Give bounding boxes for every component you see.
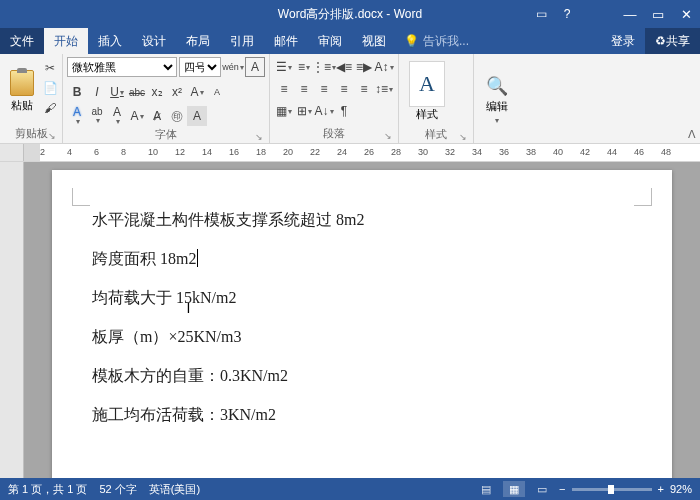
char-border-button[interactable]: A: [245, 57, 265, 77]
borders-button[interactable]: ⊞: [294, 101, 314, 121]
show-marks-button[interactable]: ¶: [334, 101, 354, 121]
group-label-paragraph: 段落↘: [274, 125, 394, 143]
collapse-ribbon-button[interactable]: ᐱ: [688, 128, 696, 141]
align-left-button[interactable]: ≡: [274, 79, 294, 99]
status-word-count[interactable]: 52 个字: [99, 482, 136, 497]
ruler-mark: 14: [202, 147, 212, 157]
document-line[interactable]: 施工均布活荷载：3KN/m2: [92, 405, 632, 426]
italic-button[interactable]: I: [87, 82, 107, 102]
highlight-button[interactable]: ab: [87, 106, 107, 126]
editing-button[interactable]: 🔍 编辑 ▾: [478, 57, 516, 143]
help-icon[interactable]: ?: [554, 0, 580, 28]
document-line[interactable]: 模板木方的自重：0.3KN/m2: [92, 366, 632, 387]
font-launcher[interactable]: ↘: [255, 132, 263, 142]
align-center-button[interactable]: ≡: [294, 79, 314, 99]
cut-button[interactable]: ✂: [42, 60, 58, 76]
char-shading-button[interactable]: A: [187, 106, 207, 126]
group-label-styles: 样式↘: [403, 126, 469, 144]
read-mode-button[interactable]: ▤: [475, 481, 497, 497]
copy-button[interactable]: 📄: [42, 80, 58, 96]
ruler-mark: 2: [40, 147, 45, 157]
minimize-button[interactable]: —: [616, 0, 644, 28]
line-spacing-button[interactable]: ↕≡: [374, 79, 394, 99]
ruler-mark: 40: [553, 147, 563, 157]
styles-gallery-button[interactable]: A 样式: [409, 61, 445, 122]
ruler-mark: 8: [121, 147, 126, 157]
clipboard-launcher[interactable]: ↘: [48, 131, 56, 141]
document-line[interactable]: 跨度面积 18m2: [92, 249, 632, 270]
ribbon-options-icon[interactable]: ▭: [528, 0, 554, 28]
change-case-button[interactable]: A: [127, 106, 147, 126]
tell-me-search[interactable]: 💡告诉我...: [396, 28, 477, 54]
web-layout-button[interactable]: ▭: [531, 481, 553, 497]
status-page[interactable]: 第 1 页，共 1 页: [8, 482, 87, 497]
document-line[interactable]: 均荷载大于 15kN/m2I: [92, 288, 632, 309]
zoom-out-button[interactable]: −: [559, 483, 565, 495]
window-title: Word高分排版.docx - Word: [278, 6, 422, 23]
share-button[interactable]: ♻ 共享: [645, 28, 700, 54]
underline-button[interactable]: U: [107, 82, 127, 102]
page[interactable]: 水平混凝土构件模板支撑系统超过 8m2跨度面积 18m2均荷载大于 15kN/m…: [52, 170, 672, 478]
zoom-slider[interactable]: [572, 488, 652, 491]
text-effects-button[interactable]: A: [67, 106, 87, 126]
decrease-indent-button[interactable]: ◀≡: [334, 57, 354, 77]
grow-font-button[interactable]: A: [187, 82, 207, 102]
ruler-mark: 30: [418, 147, 428, 157]
signin-button[interactable]: 登录: [601, 28, 645, 54]
ruler-mark: 36: [499, 147, 509, 157]
strikethrough-button[interactable]: abc: [127, 82, 147, 102]
ruler-mark: 46: [634, 147, 644, 157]
align-right-button[interactable]: ≡: [314, 79, 334, 99]
ruler-mark: 44: [607, 147, 617, 157]
menu-home[interactable]: 开始: [44, 28, 88, 54]
enclose-char-button[interactable]: ㊞: [167, 106, 187, 126]
font-size-select[interactable]: 四号: [179, 57, 221, 77]
menu-review[interactable]: 审阅: [308, 28, 352, 54]
font-name-select[interactable]: 微软雅黑: [67, 57, 177, 77]
maximize-button[interactable]: ▭: [644, 0, 672, 28]
menu-view[interactable]: 视图: [352, 28, 396, 54]
horizontal-ruler[interactable]: 2468101214161820222426283032343638404244…: [24, 144, 700, 161]
superscript-button[interactable]: x²: [167, 82, 187, 102]
paragraph-launcher[interactable]: ↘: [384, 131, 392, 141]
document-line[interactable]: 水平混凝土构件模板支撑系统超过 8m2: [92, 210, 632, 231]
menu-design[interactable]: 设计: [132, 28, 176, 54]
ruler-mark: 20: [283, 147, 293, 157]
font-color-button[interactable]: A: [107, 106, 127, 126]
menu-mailings[interactable]: 邮件: [264, 28, 308, 54]
ruler-mark: 34: [472, 147, 482, 157]
status-language[interactable]: 英语(美国): [149, 482, 200, 497]
shading-button[interactable]: ▦: [274, 101, 294, 121]
phonetic-guide-button[interactable]: wén: [223, 57, 243, 77]
title-bar: Word高分排版.docx - Word ▭ ? — ▭ ✕: [0, 0, 700, 28]
subscript-button[interactable]: x₂: [147, 82, 167, 102]
vertical-ruler[interactable]: [0, 162, 24, 478]
menu-file[interactable]: 文件: [0, 28, 44, 54]
menu-references[interactable]: 引用: [220, 28, 264, 54]
menu-insert[interactable]: 插入: [88, 28, 132, 54]
close-button[interactable]: ✕: [672, 0, 700, 28]
clear-format-button[interactable]: A̷: [147, 106, 167, 126]
text-direction-button[interactable]: A↕: [374, 57, 394, 77]
numbering-button[interactable]: ≡: [294, 57, 314, 77]
page-scroll[interactable]: 水平混凝土构件模板支撑系统超过 8m2跨度面积 18m2均荷载大于 15kN/m…: [24, 162, 700, 478]
styles-launcher[interactable]: ↘: [459, 132, 467, 142]
shrink-font-button[interactable]: A: [207, 82, 227, 102]
bullets-button[interactable]: ☰: [274, 57, 294, 77]
menu-layout[interactable]: 布局: [176, 28, 220, 54]
distribute-button[interactable]: ≡: [354, 79, 374, 99]
sort-button[interactable]: A↓: [314, 101, 334, 121]
zoom-in-button[interactable]: +: [658, 483, 664, 495]
document-line[interactable]: 板厚（m）×25KN/m3: [92, 327, 632, 348]
window-controls: — ▭ ✕: [616, 0, 700, 28]
paste-button[interactable]: 粘贴: [4, 57, 40, 125]
bold-button[interactable]: B: [67, 82, 87, 102]
increase-indent-button[interactable]: ≡▶: [354, 57, 374, 77]
multilevel-button[interactable]: ⋮≡: [314, 57, 334, 77]
format-painter-button[interactable]: 🖌: [42, 100, 58, 116]
print-layout-button[interactable]: ▦: [503, 481, 525, 497]
justify-button[interactable]: ≡: [334, 79, 354, 99]
title-help-group: ▭ ?: [528, 0, 580, 28]
zoom-level[interactable]: 92%: [670, 483, 692, 495]
ruler-corner: [0, 144, 24, 161]
